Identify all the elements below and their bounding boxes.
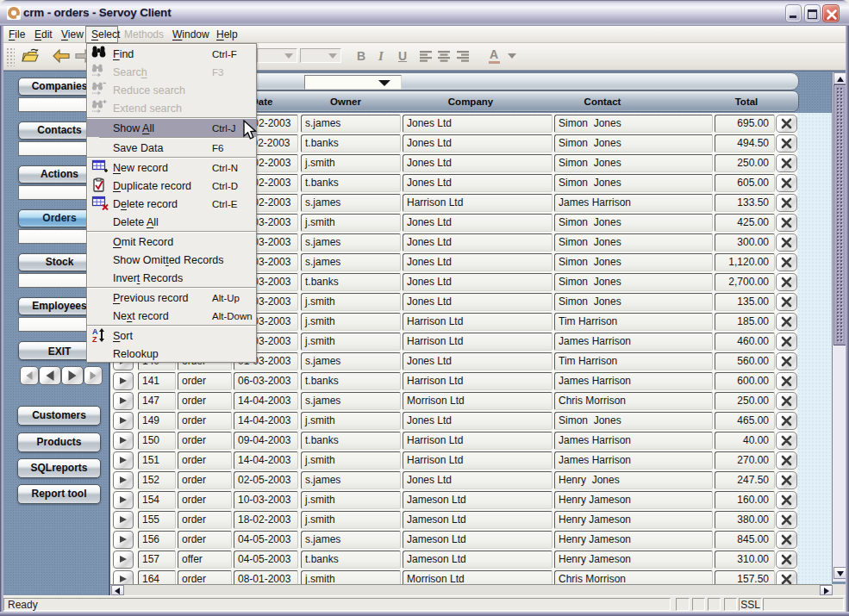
svg-text:Z: Z	[92, 335, 97, 343]
